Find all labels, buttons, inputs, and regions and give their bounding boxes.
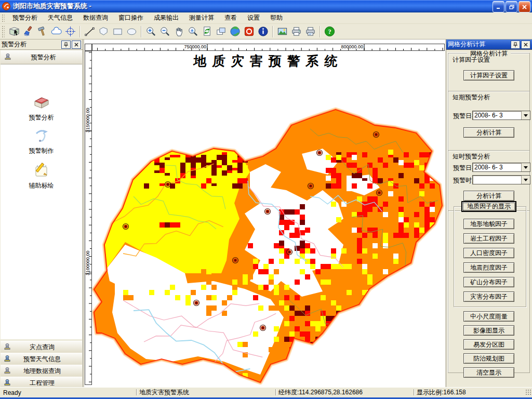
close-icon bbox=[73, 42, 79, 48]
cloud-button[interactable] bbox=[49, 24, 63, 38]
short-time-turn-combo[interactable] bbox=[472, 175, 530, 184]
weather-icon bbox=[3, 378, 11, 388]
polygon-tool-button[interactable] bbox=[97, 24, 111, 38]
resize-grip[interactable] bbox=[525, 389, 531, 395]
factor-button[interactable]: 矿山分布因子 bbox=[463, 277, 514, 287]
chevron-down-icon bbox=[524, 114, 528, 117]
info-button[interactable] bbox=[256, 24, 270, 38]
display-button[interactable]: 防治规划图 bbox=[463, 353, 514, 364]
map-canvas[interactable]: 地质灾害预警系统 bbox=[92, 51, 445, 385]
group-bar-label: 工程管理 bbox=[14, 379, 82, 388]
help-icon: ? bbox=[324, 25, 336, 37]
zoom-in-button[interactable] bbox=[144, 24, 158, 38]
factor-button[interactable]: 人口密度因子 bbox=[463, 248, 514, 258]
short-time-analyze-button[interactable]: 分析计算 bbox=[463, 191, 514, 201]
book-icon bbox=[1, 92, 82, 112]
window-title: 浏阳市地质灾害预警系统 - bbox=[13, 2, 91, 11]
pin-icon bbox=[63, 42, 69, 48]
menu-item[interactable]: 预警分析 bbox=[7, 12, 43, 24]
zoom-out-button[interactable] bbox=[158, 24, 172, 38]
group-bar-disaster-query[interactable]: 灾点查询 bbox=[1, 341, 82, 353]
grid-analysis-panel: 网格分析计算 网格分析计算 计算因子设置 计算因子设置 短期预警分析 预警日期 … bbox=[446, 39, 532, 387]
toolbar-separator bbox=[320, 26, 321, 37]
menu-item[interactable]: 成果输出 bbox=[149, 12, 184, 24]
status-bar: Ready地质灾害预警系统经纬度:114.296875,28.162686显示比… bbox=[0, 387, 532, 399]
globe-button[interactable] bbox=[228, 24, 242, 38]
grid-analysis-groupbox: 网格分析计算 计算因子设置 计算因子设置 短期预警分析 预警日期 2008- 6… bbox=[448, 53, 530, 373]
menu-item[interactable]: 测量计算 bbox=[184, 12, 219, 24]
crosshair-icon bbox=[64, 25, 76, 37]
ellipse-tool-button[interactable] bbox=[125, 24, 139, 38]
short-time-date-combo[interactable]: 2008- 6- 3 bbox=[472, 163, 530, 172]
group-bar-geo-data-query[interactable]: 地理数据查询 bbox=[1, 365, 82, 377]
map-image-icon bbox=[276, 25, 288, 37]
factor-button[interactable]: 灾害分布因子 bbox=[463, 291, 514, 302]
nav-item-aux-draw[interactable]: 辅助标绘 bbox=[1, 161, 82, 190]
hammer-button[interactable] bbox=[35, 24, 49, 38]
menu-grip[interactable] bbox=[2, 14, 5, 22]
left-group-header-label: 预警分析 bbox=[15, 53, 82, 62]
menu-item[interactable]: 窗口操作 bbox=[113, 12, 149, 24]
pin-button[interactable] bbox=[511, 41, 520, 49]
close-button[interactable] bbox=[518, 1, 530, 12]
factor-button[interactable]: 地震烈度因子 bbox=[463, 262, 514, 273]
toolbar-grip[interactable] bbox=[2, 25, 5, 37]
refresh-view-button[interactable] bbox=[200, 24, 214, 38]
status-app-name: 地质灾害预警系统 bbox=[136, 389, 189, 396]
line-tool-button[interactable] bbox=[83, 24, 97, 38]
zoom-extent-icon: ± bbox=[187, 25, 199, 37]
panel-close-button[interactable] bbox=[521, 41, 530, 49]
pin-button[interactable] bbox=[61, 41, 71, 49]
toolbar-separator bbox=[79, 26, 81, 37]
nav-item-warning-make[interactable]: 预警制作 bbox=[1, 126, 82, 155]
pan-hand-button[interactable] bbox=[172, 24, 186, 38]
short-term-analyze-button[interactable]: 分析计算 bbox=[463, 127, 514, 138]
menu-item[interactable]: 查看 bbox=[219, 12, 242, 24]
display-button[interactable]: 清空显示 bbox=[463, 367, 514, 378]
factor-button[interactable]: 岩土工程因子 bbox=[463, 233, 514, 244]
geology-factor-display-button[interactable]: 地质因子的显示 bbox=[461, 201, 516, 212]
display-button[interactable]: 中小尺度雨量 bbox=[463, 311, 514, 322]
factor-button[interactable]: 地形地貌因子 bbox=[463, 219, 514, 229]
help-button[interactable]: ? bbox=[323, 24, 337, 38]
crosshair-button[interactable] bbox=[63, 24, 77, 38]
map-image-button[interactable] bbox=[275, 24, 289, 38]
minimize-button[interactable] bbox=[493, 1, 504, 12]
grid-panel-titlebar: 网格分析计算 bbox=[446, 39, 532, 50]
brush-button[interactable] bbox=[21, 24, 35, 38]
nav-item-label: 辅助标绘 bbox=[1, 181, 82, 190]
vertical-ruler: 3150000.003100000.00 bbox=[85, 51, 92, 385]
print-button[interactable] bbox=[289, 24, 303, 38]
select-map-button[interactable] bbox=[7, 24, 21, 38]
group-bar-warning-weather[interactable]: 预警天气信息 bbox=[1, 353, 82, 365]
toolbar-separator bbox=[141, 26, 142, 37]
zoom-in-icon bbox=[145, 25, 157, 37]
panel-close-button[interactable] bbox=[72, 41, 81, 49]
zoom-extent-button[interactable]: ± bbox=[186, 24, 200, 38]
menu-item[interactable]: 数据查询 bbox=[78, 12, 113, 24]
left-panel-title: 预警分析 bbox=[2, 40, 60, 49]
display-button[interactable]: 影像图显示 bbox=[463, 325, 514, 336]
zoom-out-icon bbox=[159, 25, 171, 37]
print-icon bbox=[290, 25, 302, 37]
stamp-icon bbox=[3, 342, 11, 352]
menu-bar: 预警分析天气信息数据查询窗口操作成果输出测量计算查看设置帮助 bbox=[0, 12, 532, 24]
restore-button[interactable] bbox=[506, 1, 517, 12]
combo-dropdown-button[interactable] bbox=[521, 111, 530, 119]
factor-setting-button[interactable]: 计算因子设置 bbox=[463, 70, 514, 81]
menu-item[interactable]: 帮助 bbox=[265, 12, 288, 24]
left-group-header[interactable]: 预警分析 bbox=[1, 50, 82, 64]
menu-item[interactable]: 天气信息 bbox=[43, 12, 78, 24]
ellipse-tool-icon bbox=[126, 25, 138, 37]
stamp-icon bbox=[4, 52, 12, 62]
combo-dropdown-button[interactable] bbox=[521, 163, 530, 171]
layers-button[interactable] bbox=[214, 24, 228, 38]
short-term-date-combo[interactable]: 2008- 6- 3 bbox=[472, 111, 530, 120]
rectangle-tool-button[interactable] bbox=[111, 24, 125, 38]
print-setup-button[interactable] bbox=[303, 24, 317, 38]
nav-item-warning-analysis[interactable]: 预警分析 bbox=[1, 92, 82, 122]
display-button[interactable]: 易发分区图 bbox=[463, 339, 514, 350]
menu-item[interactable]: 设置 bbox=[242, 12, 265, 24]
combo-dropdown-button[interactable] bbox=[521, 176, 530, 184]
stop-button[interactable] bbox=[242, 24, 256, 38]
